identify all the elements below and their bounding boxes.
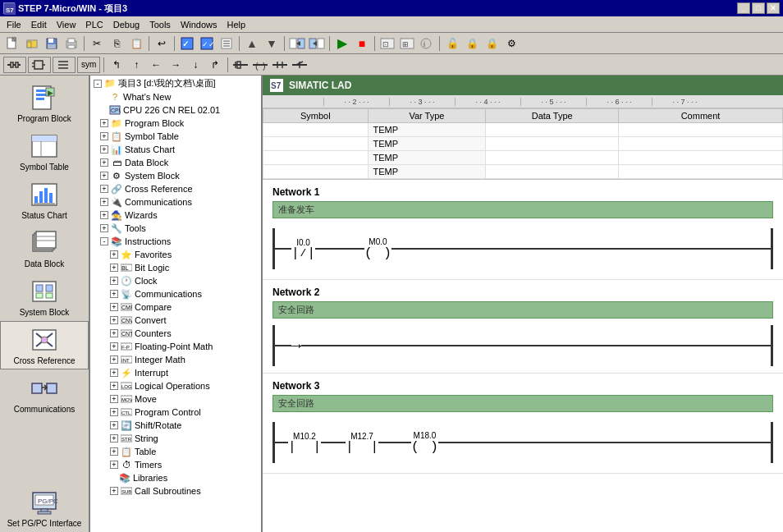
nav-down-button[interactable]: ↓: [186, 56, 204, 74]
tree-call-subs[interactable]: + SUB Call Subroutines: [90, 484, 261, 498]
menu-help[interactable]: Help: [222, 18, 251, 31]
tree-cross-reference[interactable]: + 🔗 Cross Reference: [90, 182, 261, 195]
diag3-button[interactable]: i: [418, 34, 436, 53]
new-button[interactable]: [3, 34, 21, 53]
open-button[interactable]: [23, 34, 41, 53]
instructions-expand[interactable]: -: [100, 237, 108, 245]
menu-file[interactable]: File: [2, 18, 26, 31]
tree-communications[interactable]: + 🔌 Communications: [90, 195, 261, 209]
transfer1-button[interactable]: [288, 34, 306, 53]
close-button[interactable]: ✕: [767, 2, 780, 14]
sidebar-item-symbol-table[interactable]: Symbol Table: [0, 127, 89, 176]
program-block-expand[interactable]: +: [100, 119, 108, 127]
tree-shift-rotate[interactable]: + 🔄 Shift/Rotate: [90, 419, 261, 432]
sym-button[interactable]: sym: [77, 57, 100, 73]
tree-symbol-table[interactable]: + 📋 Symbol Table: [90, 130, 261, 143]
insert4-button[interactable]: [291, 56, 309, 74]
tree-system-block[interactable]: + ⚙ System Block: [90, 169, 261, 182]
run-button[interactable]: ▶: [333, 34, 351, 53]
insert2-button[interactable]: (): [251, 56, 269, 74]
menu-debug[interactable]: Debug: [108, 18, 144, 31]
tree-fp-math[interactable]: + F-P Floating-Point Math: [90, 340, 261, 353]
nav-right-button[interactable]: →: [167, 56, 185, 74]
nav-left-button[interactable]: ←: [147, 56, 165, 74]
view-button[interactable]: [218, 34, 236, 53]
bit-logic-expand[interactable]: +: [110, 264, 118, 272]
tree-whats-new[interactable]: ? What's New: [90, 90, 261, 103]
stl-view-button[interactable]: [53, 57, 76, 73]
tree-convert[interactable]: + CNV Convert: [90, 314, 261, 327]
nav-up-button[interactable]: ↑: [127, 56, 145, 74]
timers-expand[interactable]: +: [110, 461, 118, 469]
sidebar-item-program-block[interactable]: ▶ Program Block: [0, 79, 89, 127]
compile-button[interactable]: ✓: [178, 34, 196, 53]
system-block-expand[interactable]: +: [100, 172, 108, 180]
menu-view[interactable]: View: [52, 18, 81, 31]
nav-next-button[interactable]: ↱: [206, 56, 224, 74]
interrupt-expand[interactable]: +: [110, 369, 118, 377]
fbd-view-button[interactable]: [28, 57, 51, 73]
logical-ops-expand[interactable]: +: [110, 382, 118, 390]
tree-program-block[interactable]: + 📁 Program Block: [90, 117, 261, 130]
tree-root-expand[interactable]: -: [94, 80, 102, 88]
tree-counters[interactable]: + CNT Counters: [90, 327, 261, 340]
minimize-button[interactable]: _: [737, 2, 750, 14]
lock3-button[interactable]: 🔒: [483, 34, 501, 53]
compile2-button[interactable]: ✓✓: [198, 34, 216, 53]
diag2-button[interactable]: ⊞: [398, 34, 416, 53]
comms-expand[interactable]: +: [100, 198, 108, 206]
sidebar-item-data-block[interactable]: Data Block: [0, 224, 89, 273]
counters-expand[interactable]: +: [110, 329, 118, 337]
tree-interrupt[interactable]: + ⚡ Interrupt: [90, 366, 261, 379]
tree-data-block[interactable]: + 🗃 Data Block: [90, 156, 261, 169]
shift-rotate-expand[interactable]: +: [110, 421, 118, 429]
tree-timers[interactable]: + ⏱ Timers: [90, 458, 261, 471]
undo-button[interactable]: ↩: [153, 34, 171, 53]
cut-button[interactable]: ✂: [88, 34, 106, 53]
tree-bit-logic[interactable]: + BL Bit Logic: [90, 261, 261, 274]
tree-string[interactable]: + STR String: [90, 432, 261, 445]
tree-status-chart[interactable]: + 📊 Status Chart: [90, 143, 261, 156]
tree-clock[interactable]: + 🕐 Clock: [90, 274, 261, 287]
tree-instructions[interactable]: - 📚 Instructions: [90, 235, 261, 248]
call-subs-expand[interactable]: +: [110, 487, 118, 495]
sidebar-item-cross-reference[interactable]: Cross Reference: [0, 321, 89, 369]
tree-logical-ops[interactable]: + LOG Logical Operations: [90, 379, 261, 392]
tree-int-math[interactable]: + INT Integer Math: [90, 353, 261, 366]
prog-ctrl-expand[interactable]: +: [110, 408, 118, 416]
tree-table[interactable]: + 📋 Table: [90, 445, 261, 458]
tree-wizards[interactable]: + 🧙 Wizards: [90, 209, 261, 222]
tree-tools[interactable]: + 🔧 Tools: [90, 222, 261, 235]
sidebar-item-system-block[interactable]: System Block: [0, 273, 89, 321]
lad-view-button[interactable]: [3, 57, 26, 73]
comms2-expand[interactable]: +: [110, 290, 118, 298]
nav-prev-button[interactable]: ↰: [108, 56, 126, 74]
sidebar-item-communications[interactable]: Communications: [0, 369, 89, 418]
menu-plc[interactable]: PLC: [80, 18, 108, 31]
move-expand[interactable]: +: [110, 395, 118, 403]
data-block-expand[interactable]: +: [100, 158, 108, 167]
settings-button[interactable]: ⚙: [502, 34, 520, 53]
int-math-expand[interactable]: +: [110, 355, 118, 364]
menu-edit[interactable]: Edit: [26, 18, 52, 31]
cross-ref-expand[interactable]: +: [100, 185, 108, 193]
tree-libraries[interactable]: 📚 Libraries: [90, 471, 261, 484]
insert1-button[interactable]: [231, 56, 250, 74]
favorites-expand[interactable]: +: [110, 250, 118, 259]
sidebar-item-set-pgpc[interactable]: PG/PC Set PG/PC Interface: [0, 484, 89, 532]
table-expand[interactable]: +: [110, 447, 118, 456]
maximize-button[interactable]: □: [752, 2, 765, 14]
diag1-button[interactable]: ⊡: [378, 34, 396, 53]
symbol-table-expand[interactable]: +: [100, 132, 108, 140]
copy-button[interactable]: ⎘: [108, 34, 126, 53]
transfer2-button[interactable]: [308, 34, 326, 53]
tree-comms2[interactable]: + 📡 Communications: [90, 287, 261, 300]
lock2-button[interactable]: 🔒: [463, 34, 481, 53]
convert-expand[interactable]: +: [110, 316, 118, 324]
wizards-expand[interactable]: +: [100, 211, 108, 219]
print-button[interactable]: [62, 34, 80, 53]
menu-tools[interactable]: Tools: [144, 18, 176, 31]
tools-expand[interactable]: +: [100, 224, 108, 232]
tree-move[interactable]: + MOV Move: [90, 392, 261, 406]
compare-expand[interactable]: +: [110, 303, 118, 311]
